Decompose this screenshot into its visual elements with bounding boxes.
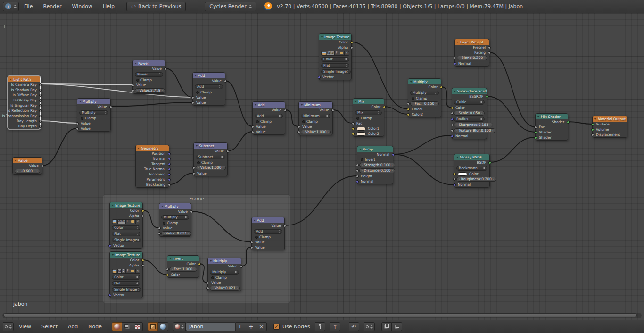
node-layer-weight[interactable]: Layer WeightFresnelFacing‹Blend:0.200›No…: [454, 39, 489, 67]
socket-gray[interactable]: [356, 175, 359, 178]
value-slider[interactable]: ‹Fac:0.150›: [410, 101, 439, 106]
dropdown-multiply[interactable]: Multiply: [210, 270, 239, 275]
pin-button[interactable]: [315, 322, 325, 331]
socket-blue[interactable]: [318, 76, 321, 79]
slider-right-arrow-icon[interactable]: ›: [489, 124, 491, 127]
slider-right-arrow-icon[interactable]: ›: [391, 164, 393, 167]
image-fake-user-button[interactable]: F: [126, 219, 130, 224]
value-slider[interactable]: ‹Fac:1.000›: [169, 267, 197, 272]
node-header[interactable]: Bump: [357, 146, 393, 152]
socket-gray[interactable]: [488, 51, 491, 54]
slider-right-arrow-icon[interactable]: ›: [481, 112, 482, 115]
socket-gray[interactable]: [39, 109, 42, 112]
collapse-triangle-icon[interactable]: [301, 104, 303, 106]
open-image-button[interactable]: [130, 219, 136, 224]
socket-blue[interactable]: [451, 135, 454, 138]
image-browse-button[interactable]: [321, 51, 327, 56]
node-bump[interactable]: BumpNormalInvert‹Strength:0.100›‹Distanc…: [357, 146, 393, 184]
node-minimum[interactable]: MinimumValueMinimumClampValue‹Value:1.00…: [298, 101, 333, 135]
socket-gray[interactable]: [454, 57, 456, 59]
socket-yellow[interactable]: [440, 86, 443, 89]
node-subsurface-scattering[interactable]: Subsurface ScatteringBSSRDFCubicColor‹Sc…: [452, 88, 487, 139]
slider-right-arrow-icon[interactable]: ›: [392, 169, 393, 173]
socket-gray[interactable]: [224, 80, 227, 83]
node-header[interactable]: Light Path: [8, 76, 40, 82]
use-nodes-checkbox[interactable]: ✓: [273, 324, 280, 330]
socket-gray[interactable]: [206, 282, 209, 284]
socket-yellow[interactable]: [350, 41, 353, 44]
socket-green[interactable]: [591, 128, 594, 131]
dropdown-beckmann[interactable]: Beckmann: [456, 166, 487, 171]
dropdown-add[interactable]: Add: [255, 114, 283, 118]
node-add-1[interactable]: AddValueAddClampValueValue: [192, 72, 225, 106]
value-slider[interactable]: ‹Value:0.021›: [161, 231, 191, 236]
socket-gray[interactable]: [141, 264, 144, 267]
socket-yellow[interactable]: [141, 209, 144, 212]
slider-right-arrow-icon[interactable]: ›: [36, 170, 38, 173]
socket-gray[interactable]: [39, 125, 42, 128]
go-to-parent-button[interactable]: ↑: [330, 322, 340, 331]
browse-material-button[interactable]: [173, 322, 186, 331]
image-name-field[interactable]: map: [118, 269, 122, 274]
slider-right-arrow-icon[interactable]: ›: [193, 268, 195, 271]
menu-select[interactable]: Select: [41, 324, 58, 330]
socket-blue[interactable]: [168, 163, 171, 166]
checkbox[interactable]: [136, 79, 139, 82]
dropdown-color[interactable]: Color: [112, 275, 140, 280]
object-shader-toggle[interactable]: [148, 322, 158, 331]
socket-blue[interactable]: [168, 173, 171, 176]
node-header[interactable]: Geometry: [136, 145, 169, 151]
editor-type-button[interactable]: [3, 322, 14, 331]
menu-window[interactable]: Window: [72, 3, 92, 9]
slider-right-arrow-icon[interactable]: ›: [492, 129, 494, 133]
collapse-triangle-icon[interactable]: [359, 149, 361, 150]
slider-right-arrow-icon[interactable]: ›: [493, 178, 494, 181]
collapse-triangle-icon[interactable]: [195, 75, 197, 76]
socket-gray[interactable]: [407, 102, 410, 105]
socket-gray[interactable]: [132, 84, 134, 87]
node-header[interactable]: Image Texture: [319, 34, 351, 40]
socket-yellow[interactable]: [352, 127, 355, 130]
socket-blue[interactable]: [454, 62, 456, 65]
collapse-triangle-icon[interactable]: [537, 116, 539, 117]
checkbox[interactable]: [412, 97, 414, 100]
node-header[interactable]: Subtract: [194, 143, 227, 149]
socket-gray[interactable]: [350, 46, 353, 49]
socket-blue[interactable]: [168, 168, 171, 171]
node-image-texture-1[interactable]: Image TextureColorAlphaSplatF×ColorFlatS…: [319, 33, 352, 80]
socket-gray[interactable]: [39, 99, 42, 102]
back-to-previous-button[interactable]: ↩ Back to Previous: [126, 2, 186, 11]
node-header[interactable]: Value: [13, 158, 42, 163]
dropdown-multiply[interactable]: Multiply: [161, 215, 189, 220]
node-multiply-f1[interactable]: MultiplyValueMultiplyClampValue‹Value:0.…: [159, 203, 191, 237]
socket-gray[interactable]: [453, 178, 456, 181]
shader-nodes-toggle[interactable]: [112, 322, 122, 331]
collapse-triangle-icon[interactable]: [210, 260, 212, 262]
fake-user-button[interactable]: F: [236, 322, 246, 331]
node-add-2[interactable]: AddValueAddClampValueValue: [252, 101, 285, 135]
collapse-triangle-icon[interactable]: [410, 81, 412, 83]
collapse-triangle-icon[interactable]: [79, 101, 81, 102]
socket-yellow[interactable]: [352, 133, 355, 135]
color-swatch[interactable]: [356, 132, 366, 136]
socket-yellow[interactable]: [141, 259, 144, 262]
checkbox[interactable]: [196, 91, 199, 94]
value-slider[interactable]: ‹Value:0.021›: [210, 286, 240, 291]
value-slider[interactable]: ‹Scale:0.050›: [454, 111, 485, 116]
socket-yellow[interactable]: [198, 263, 201, 266]
image-name-field[interactable]: Splat: [327, 51, 335, 56]
material-name-input[interactable]: [186, 322, 236, 331]
new-material-button[interactable]: +: [246, 322, 256, 331]
node-image-texture-f1[interactable]: Image TextureColorAlphaMetalF×ColorFlatS…: [109, 202, 143, 249]
checkbox[interactable]: [81, 117, 83, 120]
dropdown-add[interactable]: Add: [195, 84, 223, 89]
socket-gray[interactable]: [356, 169, 359, 172]
collapse-triangle-icon[interactable]: [161, 206, 163, 207]
socket-yellow[interactable]: [453, 173, 456, 175]
dropdown-multiply[interactable]: Multiply: [410, 91, 439, 95]
checkbox[interactable]: [255, 236, 258, 239]
socket-gray[interactable]: [39, 94, 42, 97]
menu-help[interactable]: Help: [103, 3, 115, 9]
dropdown-multiply[interactable]: Multiply: [79, 110, 108, 115]
slider-right-arrow-icon[interactable]: ›: [484, 57, 485, 60]
